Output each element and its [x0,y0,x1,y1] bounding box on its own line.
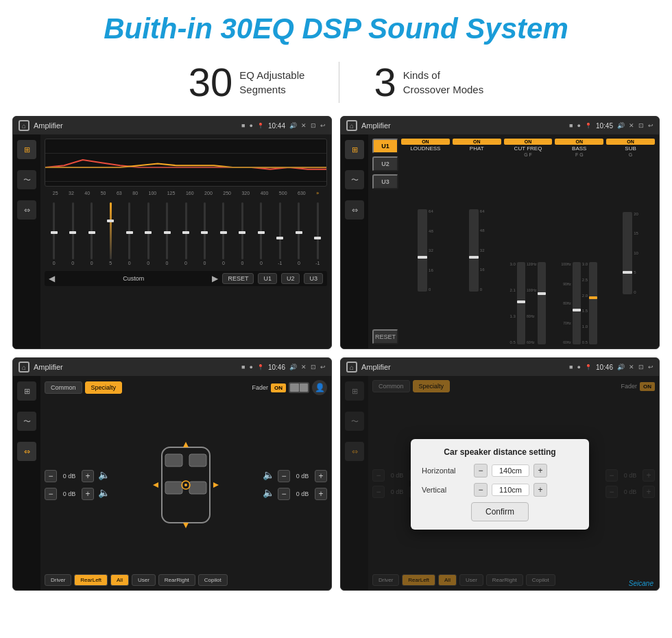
rearright-btn[interactable]: RearRight [158,574,195,586]
eq-slider-4[interactable]: 5 [102,202,118,265]
u3-button[interactable]: U3 [304,273,323,284]
rearleft-btn[interactable]: RearLeft [74,574,108,586]
eq-slider-10[interactable]: 0 [215,202,231,265]
fad-balance-icon[interactable]: ⇔ [17,442,36,461]
horizontal-row: Horizontal − 140cm + [422,464,578,477]
eq-wave-icon[interactable]: 〜 [17,170,36,189]
fl-minus[interactable]: − [45,470,57,482]
page-title: Buith-in 30EQ DSP Sound System [0,12,672,45]
rr-speaker-icon: 🔈 [261,487,275,501]
eq-slider-5[interactable]: 0 [121,202,137,265]
statusbar-xover: Amplifier ■ ● 📍 10:45 🔊 ✕ ⊡ ↩ [341,117,659,134]
eq-slider-7[interactable]: 0 [159,202,175,265]
rec3-icon: ■ [241,364,245,370]
car-diagram [141,430,230,540]
home-icon-dist[interactable] [346,362,357,373]
horizontal-minus[interactable]: − [474,464,488,477]
fader-bottom-btns: Driver RearLeft All User RearRight Copil… [45,574,327,586]
fader-row-rr: 🔈 − 0 dB + [261,487,327,501]
stats-row: 30 EQ Adjustable Segments 3 Kinds of Cro… [0,52,672,116]
record-icon: ■ [241,122,245,129]
eq-slider-3[interactable]: 0 [84,202,99,265]
eq-slider-1[interactable]: 0 [46,202,62,265]
screens-grid: Amplifier ■ ● 📍 10:44 🔊 ✕ ⊡ ↩ ⊞ 〜 ⇔ [0,116,672,598]
rl-plus[interactable]: + [82,488,94,500]
eq-slider-12[interactable]: 0 [253,202,269,265]
home-icon-fader[interactable] [19,362,29,373]
fr-speaker-icon: 🔈 [261,469,275,483]
driver-btn[interactable]: Driver [45,574,71,586]
fader-on-toggle[interactable]: ON [271,383,286,392]
eq-slider-13[interactable]: -1 [272,202,288,265]
eq-slider-11[interactable]: 0 [235,202,250,265]
horizontal-label: Horizontal [422,466,470,475]
prev-arrow[interactable]: ◀ [49,274,55,283]
xover-tuner-icon[interactable]: ⊞ [345,140,364,159]
eq-slider-8[interactable]: 0 [178,202,193,265]
vol4-icon: 🔊 [617,364,625,370]
reset-button[interactable]: RESET [222,273,254,284]
close2-icon[interactable]: ✕ [629,122,634,129]
fr-minus[interactable]: − [278,470,290,482]
rr-minus[interactable]: − [278,488,290,500]
u1-button[interactable]: U1 [258,273,277,284]
fad-tuner-icon[interactable]: ⊞ [17,381,36,401]
back2-icon[interactable]: ↩ [648,122,653,129]
rec-icon: ■ [569,122,573,129]
home-icon-xover[interactable] [346,120,357,131]
preset-u3[interactable]: U3 [372,174,398,189]
svg-marker-13 [213,482,219,488]
confirm-button[interactable]: Confirm [471,502,529,521]
preset-u1[interactable]: U1 [372,139,398,154]
eq-slider-15[interactable]: -1 [310,202,326,265]
user-btn[interactable]: User [132,574,156,586]
back3-icon[interactable]: ↩ [320,364,326,370]
copilot-btn[interactable]: Copilot [198,574,228,586]
back4-icon[interactable]: ↩ [648,364,653,370]
fader-row-fr: 🔈 − 0 dB + [261,469,327,483]
user-avatar[interactable]: 👤 [312,380,327,395]
rr-plus[interactable]: + [315,488,327,500]
fullscreen-icon[interactable]: ⊡ [311,122,316,129]
eq-slider-2[interactable]: 0 [64,202,80,265]
vertical-plus[interactable]: + [533,483,547,497]
full3-icon[interactable]: ⊡ [311,364,316,370]
eq-slider-14[interactable]: 0 [291,202,307,265]
rl-minus[interactable]: − [45,488,57,500]
svg-marker-12 [153,482,158,488]
close-icon[interactable]: ✕ [301,122,307,129]
eq-slider-6[interactable]: 0 [140,202,156,265]
tab-common[interactable]: Common [45,381,82,394]
rr-value: 0 dB [293,491,312,497]
preset-u2[interactable]: U2 [372,156,398,172]
back-icon[interactable]: ↩ [320,122,326,129]
svg-marker-10 [183,442,189,447]
close4-icon[interactable]: ✕ [629,364,634,370]
eq-slider-9[interactable]: 0 [197,202,213,265]
xover-reset[interactable]: RESET [372,329,398,344]
horizontal-plus[interactable]: + [533,464,547,477]
statusbar-eq: Amplifier ■ ● 📍 10:44 🔊 ✕ ⊡ ↩ [13,117,331,134]
rl-speaker-icon: 🔈 [97,487,110,501]
full2-icon[interactable]: ⊡ [638,122,644,129]
close3-icon[interactable]: ✕ [301,364,307,370]
fad-wave-icon[interactable]: 〜 [17,412,36,431]
xover-balance-icon[interactable]: ⇔ [345,200,364,220]
home-icon[interactable] [19,120,29,131]
all-btn[interactable]: All [110,574,129,586]
eq-tuner-icon[interactable]: ⊞ [17,140,36,159]
dist-screen-title: Amplifier [361,363,565,371]
eq-desc-line1: EQ Adjustable [239,68,304,82]
vertical-minus[interactable]: − [474,483,488,497]
u2-button[interactable]: U2 [281,273,300,284]
fl-plus[interactable]: + [82,470,94,482]
fr-plus[interactable]: + [315,470,327,482]
screen-distance: Amplifier ■ ● 📍 10:46 🔊 ✕ ⊡ ↩ ⊞ 〜 ⇔ Comm… [340,357,660,591]
next-arrow[interactable]: ▶ [212,274,218,283]
fader-label: Fader [252,384,268,391]
vertical-label: Vertical [422,486,470,494]
tab-specialty[interactable]: Specialty [85,381,123,394]
eq-balance-icon[interactable]: ⇔ [17,200,36,220]
xover-wave-icon[interactable]: 〜 [345,170,364,189]
full4-icon[interactable]: ⊡ [638,364,644,370]
